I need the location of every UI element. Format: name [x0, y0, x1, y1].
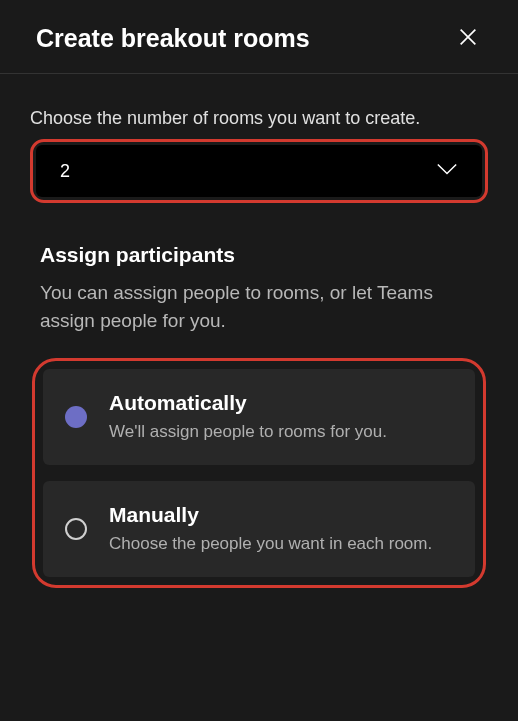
assign-options-highlight: Automatically We'll assign people to roo… — [32, 358, 486, 588]
option-manually[interactable]: Manually Choose the people you want in e… — [43, 481, 475, 577]
dialog-content: Choose the number of rooms you want to c… — [0, 74, 518, 588]
radio-selected-icon — [65, 406, 87, 428]
option-manually-title: Manually — [109, 503, 453, 527]
option-automatically-desc: We'll assign people to rooms for you. — [109, 421, 453, 443]
dialog-title: Create breakout rooms — [36, 24, 310, 53]
option-automatically-title: Automatically — [109, 391, 453, 415]
option-automatically[interactable]: Automatically We'll assign people to roo… — [43, 369, 475, 465]
option-automatically-text: Automatically We'll assign people to roo… — [109, 391, 453, 443]
rooms-count-label: Choose the number of rooms you want to c… — [30, 108, 488, 129]
assign-description: You can asssign people to rooms, or let … — [40, 279, 478, 334]
option-manually-desc: Choose the people you want in each room. — [109, 533, 453, 555]
assign-participants-section: Assign participants You can asssign peop… — [30, 243, 488, 588]
close-button[interactable] — [454, 25, 482, 53]
rooms-count-select[interactable]: 2 — [36, 145, 482, 197]
option-manually-text: Manually Choose the people you want in e… — [109, 503, 453, 555]
close-icon — [457, 26, 479, 52]
radio-unselected-icon — [65, 518, 87, 540]
chevron-down-icon — [436, 162, 458, 180]
dialog-header: Create breakout rooms — [0, 0, 518, 74]
rooms-count-highlight: 2 — [30, 139, 488, 203]
rooms-count-value: 2 — [60, 161, 70, 182]
assign-heading: Assign participants — [40, 243, 478, 267]
